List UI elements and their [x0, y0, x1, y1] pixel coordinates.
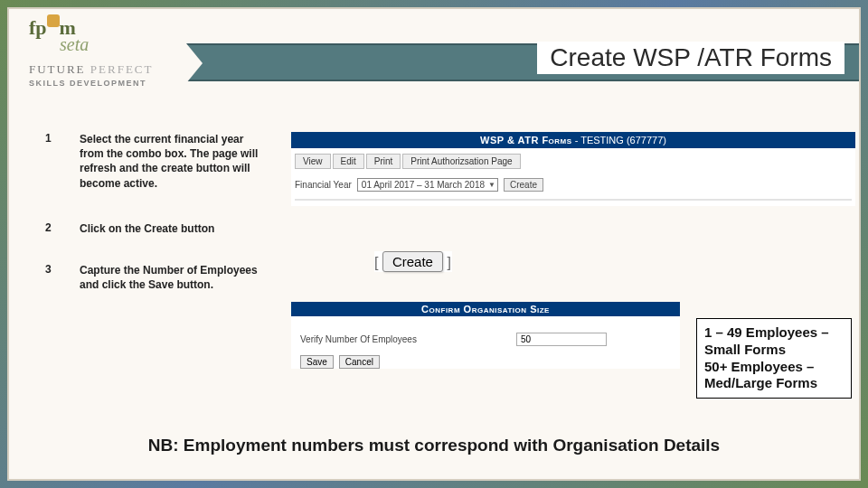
financial-year-combo[interactable]: 01 April 2017 – 31 March 2018 ▼ — [357, 178, 498, 192]
tab-bar: View Edit Print Print Authorizsation Pag… — [291, 154, 855, 169]
create-button[interactable]: Create — [382, 251, 443, 272]
forms-panel-header: WSP & ATR Forms - TESTING (677777) — [291, 132, 855, 148]
logo-fp-text: fp — [29, 16, 47, 40]
tab-view[interactable]: View — [295, 154, 331, 169]
cancel-button[interactable]: Cancel — [339, 355, 380, 369]
future-word: FUTURE — [29, 62, 86, 76]
divider — [295, 199, 852, 201]
step-number: 1 — [45, 132, 56, 191]
bracket-right-icon: ] — [447, 255, 450, 270]
financial-year-value: 01 April 2017 – 31 March 2018 — [362, 180, 485, 190]
verify-label: Verify Number Of Employees — [300, 334, 417, 344]
step-text: Select the current financial year from t… — [80, 132, 269, 191]
slide-inner: fpm seta FUTURE PERFECT SKILLS DEVELOPME… — [7, 7, 861, 481]
step-number: 2 — [45, 221, 56, 236]
forms-header-suffix: - TESTING (677777) — [572, 135, 666, 145]
step-number: 3 — [45, 263, 56, 292]
logo-amp-icon — [47, 14, 60, 27]
perfect-word: PERFECT — [90, 62, 154, 76]
employees-input[interactable] — [516, 333, 607, 346]
logo-seta: seta — [60, 34, 183, 55]
bracket-left-icon: [ — [374, 255, 378, 270]
step-text: Click on the Create button — [80, 221, 269, 236]
step-text: Capture the Number of Employees and clic… — [80, 263, 269, 292]
instruction-row: 3 Capture the Number of Employees and cl… — [45, 263, 289, 292]
title-bar: Create WSP /ATR Forms — [186, 43, 859, 81]
financial-year-row: Financial Year 01 April 2017 – 31 March … — [291, 178, 855, 195]
logo-area: fpm seta FUTURE PERFECT SKILLS DEVELOPME… — [29, 16, 183, 88]
instruction-row: 1 Select the current financial year from… — [45, 132, 289, 191]
instruction-row: 2 Click on the Create button — [45, 221, 289, 236]
button-row: Save Cancel — [291, 355, 680, 369]
tab-print-auth[interactable]: Print Authorizsation Page — [402, 154, 520, 169]
slide-frame: fpm seta FUTURE PERFECT SKILLS DEVELOPME… — [0, 0, 868, 488]
employee-threshold-callout: 1 – 49 Employees – Small Forms 50+ Emplo… — [696, 318, 852, 399]
confirm-org-size-panel: Confirm Organisation Size Verify Number … — [291, 302, 680, 369]
logo-future-perfect: FUTURE PERFECT — [29, 62, 183, 77]
confirm-header: Confirm Organisation Size — [291, 302, 680, 316]
create-button-highlight: [ Create ] — [374, 251, 452, 272]
forms-panel: WSP & ATR Forms - TESTING (677777) View … — [291, 132, 855, 206]
tab-print[interactable]: Print — [366, 154, 401, 169]
nb-note: NB: Employment numbers must correspond w… — [9, 436, 859, 455]
page-title: Create WSP /ATR Forms — [537, 42, 844, 74]
save-button[interactable]: Save — [300, 355, 334, 369]
financial-year-label: Financial Year — [295, 180, 352, 190]
create-button-small[interactable]: Create — [504, 178, 543, 192]
tab-edit[interactable]: Edit — [333, 154, 364, 169]
chevron-down-icon: ▼ — [488, 181, 495, 189]
verify-row: Verify Number Of Employees — [291, 333, 680, 355]
logo-skills-dev: SKILLS DEVELOPMENT — [29, 79, 183, 88]
instruction-list: 1 Select the current financial year from… — [45, 132, 289, 323]
forms-header-title: WSP & ATR Forms — [480, 135, 572, 145]
